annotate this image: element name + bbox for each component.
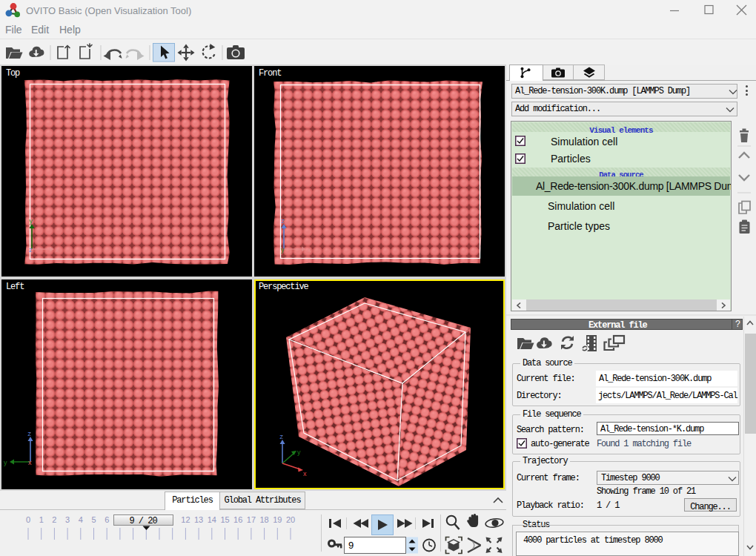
svg-text:y: y (281, 246, 285, 254)
svg-text:z: z (27, 431, 31, 438)
svg-text:y: y (29, 218, 33, 225)
svg-text:2: 2 (52, 515, 56, 524)
svg-text:x: x (56, 246, 59, 254)
svg-text:z: z (29, 246, 33, 254)
svg-text:14: 14 (208, 515, 216, 524)
svg-text:5: 5 (91, 515, 96, 524)
svg-text:6: 6 (105, 515, 109, 524)
svg-text:x: x (308, 246, 311, 254)
svg-text:x: x (28, 459, 32, 466)
svg-text:9: 9 (348, 540, 354, 551)
svg-text:4: 4 (79, 515, 83, 524)
svg-text:18: 18 (259, 515, 268, 524)
svg-text:y: y (297, 449, 301, 456)
svg-text:3: 3 (65, 515, 70, 524)
svg-text:z: z (281, 218, 285, 225)
svg-text:20: 20 (286, 515, 295, 524)
svg-text:17: 17 (247, 515, 256, 524)
svg-text:x: x (303, 470, 307, 477)
svg-text:15: 15 (220, 515, 229, 524)
svg-text:13: 13 (194, 515, 203, 524)
svg-text:y: y (4, 459, 7, 466)
svg-text:0: 0 (26, 515, 30, 524)
svg-text:z: z (279, 434, 283, 441)
svg-text:1: 1 (39, 515, 44, 524)
svg-text:12: 12 (181, 515, 190, 524)
svg-text:16: 16 (233, 515, 242, 524)
svg-text:19: 19 (273, 515, 282, 524)
svg-text:9 / 20: 9 / 20 (129, 516, 157, 526)
